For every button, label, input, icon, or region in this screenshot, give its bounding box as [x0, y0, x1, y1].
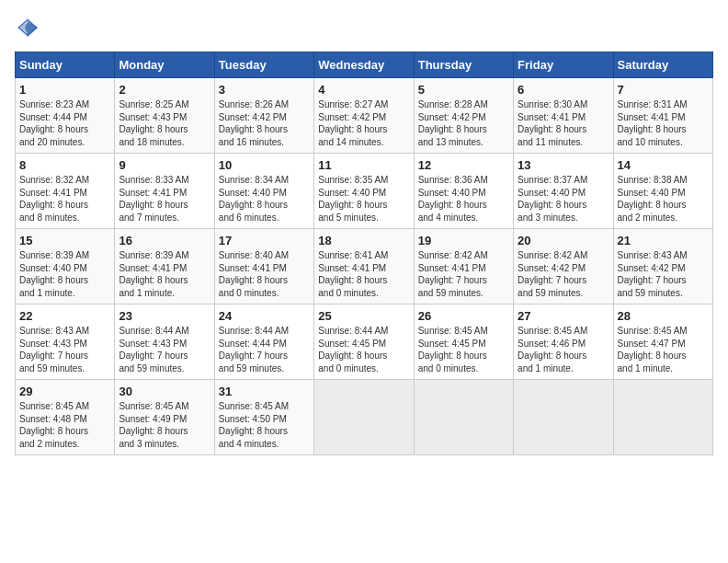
- calendar-cell: 14Sunrise: 8:38 AMSunset: 4:40 PMDayligh…: [613, 154, 712, 229]
- day-number: 16: [119, 234, 210, 247]
- day-number: 27: [518, 309, 609, 323]
- logo-icon: [15, 15, 40, 40]
- calendar-cell: 16Sunrise: 8:39 AMSunset: 4:41 PMDayligh…: [115, 229, 214, 304]
- cell-details: Sunrise: 8:34 AMSunset: 4:40 PMDaylight:…: [219, 174, 310, 224]
- calendar-cell: 22Sunrise: 8:43 AMSunset: 4:43 PMDayligh…: [16, 304, 115, 380]
- calendar-cell: 8Sunrise: 8:32 AMSunset: 4:41 PMDaylight…: [16, 154, 115, 229]
- calendar-week-1: 1Sunrise: 8:23 AMSunset: 4:44 PMDaylight…: [16, 78, 713, 154]
- cell-details: Sunrise: 8:39 AMSunset: 4:40 PMDaylight:…: [19, 249, 110, 299]
- calendar-table: SundayMondayTuesdayWednesdayThursdayFrid…: [15, 52, 713, 455]
- day-number: 23: [119, 309, 210, 323]
- calendar-cell: 9Sunrise: 8:33 AMSunset: 4:41 PMDaylight…: [115, 154, 214, 229]
- cell-details: Sunrise: 8:28 AMSunset: 4:42 PMDaylight:…: [418, 98, 509, 148]
- calendar-cell: 17Sunrise: 8:40 AMSunset: 4:41 PMDayligh…: [214, 229, 313, 304]
- calendar-cell: 1Sunrise: 8:23 AMSunset: 4:44 PMDaylight…: [16, 78, 115, 154]
- calendar-cell: [613, 380, 712, 455]
- logo: [15, 15, 44, 40]
- day-number: 21: [618, 234, 709, 247]
- column-header-saturday: Saturday: [613, 52, 712, 78]
- cell-details: Sunrise: 8:35 AMSunset: 4:40 PMDaylight:…: [318, 174, 409, 224]
- cell-details: Sunrise: 8:43 AMSunset: 4:42 PMDaylight:…: [618, 249, 709, 299]
- day-number: 29: [19, 385, 110, 398]
- cell-details: Sunrise: 8:44 AMSunset: 4:43 PMDaylight:…: [119, 325, 210, 374]
- day-number: 5: [418, 83, 509, 97]
- cell-details: Sunrise: 8:32 AMSunset: 4:41 PMDaylight:…: [19, 174, 110, 224]
- day-number: 10: [219, 158, 310, 172]
- day-number: 17: [219, 234, 310, 247]
- day-number: 28: [618, 309, 709, 323]
- calendar-week-5: 29Sunrise: 8:45 AMSunset: 4:48 PMDayligh…: [16, 380, 713, 455]
- cell-details: Sunrise: 8:38 AMSunset: 4:40 PMDaylight:…: [618, 174, 709, 224]
- cell-details: Sunrise: 8:27 AMSunset: 4:42 PMDaylight:…: [318, 98, 409, 148]
- calendar-cell: [414, 380, 513, 455]
- calendar-cell: 28Sunrise: 8:45 AMSunset: 4:47 PMDayligh…: [613, 304, 712, 380]
- cell-details: Sunrise: 8:45 AMSunset: 4:49 PMDaylight:…: [119, 400, 210, 450]
- day-number: 19: [418, 234, 509, 247]
- day-number: 12: [418, 158, 509, 172]
- calendar-week-3: 15Sunrise: 8:39 AMSunset: 4:40 PMDayligh…: [16, 229, 713, 304]
- column-header-monday: Monday: [115, 52, 214, 78]
- calendar-cell: 19Sunrise: 8:42 AMSunset: 4:41 PMDayligh…: [414, 229, 513, 304]
- cell-details: Sunrise: 8:45 AMSunset: 4:47 PMDaylight:…: [618, 325, 709, 374]
- cell-details: Sunrise: 8:44 AMSunset: 4:45 PMDaylight:…: [318, 325, 409, 374]
- cell-details: Sunrise: 8:41 AMSunset: 4:41 PMDaylight:…: [318, 249, 409, 299]
- day-number: 24: [219, 309, 310, 323]
- calendar-cell: 21Sunrise: 8:43 AMSunset: 4:42 PMDayligh…: [613, 229, 712, 304]
- day-number: 14: [618, 158, 709, 172]
- day-number: 31: [219, 385, 310, 398]
- day-number: 26: [418, 309, 509, 323]
- header-row: SundayMondayTuesdayWednesdayThursdayFrid…: [16, 52, 713, 78]
- calendar-cell: 29Sunrise: 8:45 AMSunset: 4:48 PMDayligh…: [16, 380, 115, 455]
- day-number: 4: [318, 83, 409, 97]
- calendar-cell: 11Sunrise: 8:35 AMSunset: 4:40 PMDayligh…: [314, 154, 414, 229]
- cell-details: Sunrise: 8:25 AMSunset: 4:43 PMDaylight:…: [119, 98, 210, 148]
- day-number: 13: [518, 158, 609, 172]
- calendar-cell: 10Sunrise: 8:34 AMSunset: 4:40 PMDayligh…: [214, 154, 313, 229]
- column-header-thursday: Thursday: [414, 52, 513, 78]
- cell-details: Sunrise: 8:33 AMSunset: 4:41 PMDaylight:…: [119, 174, 210, 224]
- day-number: 2: [119, 83, 210, 97]
- day-number: 18: [318, 234, 409, 247]
- calendar-cell: 3Sunrise: 8:26 AMSunset: 4:42 PMDaylight…: [214, 78, 313, 154]
- day-number: 1: [19, 83, 110, 97]
- day-number: 15: [19, 234, 110, 247]
- calendar-cell: 20Sunrise: 8:42 AMSunset: 4:42 PMDayligh…: [514, 229, 613, 304]
- cell-details: Sunrise: 8:45 AMSunset: 4:50 PMDaylight:…: [219, 400, 310, 450]
- cell-details: Sunrise: 8:23 AMSunset: 4:44 PMDaylight:…: [19, 98, 110, 148]
- day-number: 22: [19, 309, 110, 323]
- calendar-cell: 13Sunrise: 8:37 AMSunset: 4:40 PMDayligh…: [514, 154, 613, 229]
- calendar-cell: 30Sunrise: 8:45 AMSunset: 4:49 PMDayligh…: [115, 380, 214, 455]
- day-number: 11: [318, 158, 409, 172]
- calendar-cell: 5Sunrise: 8:28 AMSunset: 4:42 PMDaylight…: [414, 78, 513, 154]
- calendar-cell: 25Sunrise: 8:44 AMSunset: 4:45 PMDayligh…: [314, 304, 414, 380]
- cell-details: Sunrise: 8:45 AMSunset: 4:46 PMDaylight:…: [518, 325, 609, 374]
- day-number: 7: [618, 83, 709, 97]
- column-header-wednesday: Wednesday: [314, 52, 414, 78]
- day-number: 30: [119, 385, 210, 398]
- calendar-cell: 2Sunrise: 8:25 AMSunset: 4:43 PMDaylight…: [115, 78, 214, 154]
- cell-details: Sunrise: 8:36 AMSunset: 4:40 PMDaylight:…: [418, 174, 509, 224]
- calendar-cell: 31Sunrise: 8:45 AMSunset: 4:50 PMDayligh…: [214, 380, 313, 455]
- cell-details: Sunrise: 8:42 AMSunset: 4:42 PMDaylight:…: [518, 249, 609, 299]
- calendar-cell: 24Sunrise: 8:44 AMSunset: 4:44 PMDayligh…: [214, 304, 313, 380]
- day-number: 20: [518, 234, 609, 247]
- calendar-week-2: 8Sunrise: 8:32 AMSunset: 4:41 PMDaylight…: [16, 154, 713, 229]
- cell-details: Sunrise: 8:42 AMSunset: 4:41 PMDaylight:…: [418, 249, 509, 299]
- cell-details: Sunrise: 8:44 AMSunset: 4:44 PMDaylight:…: [219, 325, 310, 374]
- cell-details: Sunrise: 8:31 AMSunset: 4:41 PMDaylight:…: [618, 98, 709, 148]
- cell-details: Sunrise: 8:40 AMSunset: 4:41 PMDaylight:…: [219, 249, 310, 299]
- column-header-friday: Friday: [514, 52, 613, 78]
- column-header-tuesday: Tuesday: [214, 52, 313, 78]
- calendar-week-4: 22Sunrise: 8:43 AMSunset: 4:43 PMDayligh…: [16, 304, 713, 380]
- cell-details: Sunrise: 8:39 AMSunset: 4:41 PMDaylight:…: [119, 249, 210, 299]
- calendar-cell: 4Sunrise: 8:27 AMSunset: 4:42 PMDaylight…: [314, 78, 414, 154]
- calendar-cell: 27Sunrise: 8:45 AMSunset: 4:46 PMDayligh…: [514, 304, 613, 380]
- calendar-cell: 6Sunrise: 8:30 AMSunset: 4:41 PMDaylight…: [514, 78, 613, 154]
- day-number: 6: [518, 83, 609, 97]
- calendar-cell: [514, 380, 613, 455]
- cell-details: Sunrise: 8:43 AMSunset: 4:43 PMDaylight:…: [19, 325, 110, 374]
- day-number: 3: [219, 83, 310, 97]
- cell-details: Sunrise: 8:37 AMSunset: 4:40 PMDaylight:…: [518, 174, 609, 224]
- calendar-cell: 12Sunrise: 8:36 AMSunset: 4:40 PMDayligh…: [414, 154, 513, 229]
- cell-details: Sunrise: 8:30 AMSunset: 4:41 PMDaylight:…: [518, 98, 609, 148]
